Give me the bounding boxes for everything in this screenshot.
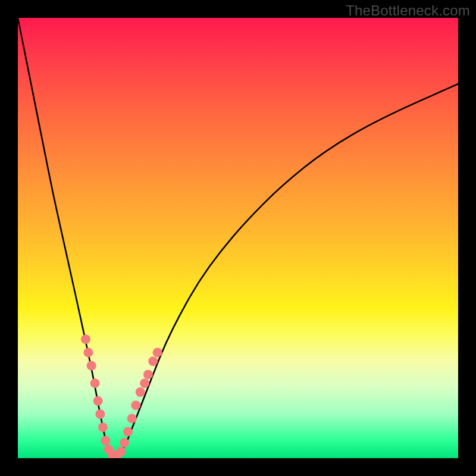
marker-point [101, 436, 110, 445]
marker-point [81, 334, 90, 344]
marker-point [98, 422, 108, 432]
watermark-text: TheBottleneck.com [346, 2, 470, 19]
marker-point [131, 400, 140, 410]
marker-point [87, 361, 96, 371]
plot-area [18, 18, 458, 458]
outer-frame: TheBottleneck.com [0, 0, 476, 476]
marker-point [127, 414, 137, 423]
bottleneck-curve [18, 18, 458, 455]
marker-point [123, 427, 133, 437]
marker-point [120, 438, 129, 447]
marker-point [95, 409, 105, 419]
marker-point [83, 347, 93, 357]
highlight-markers [81, 334, 162, 458]
marker-point [90, 378, 100, 388]
marker-point [148, 356, 158, 366]
marker-point [153, 347, 162, 357]
marker-point [116, 447, 126, 456]
marker-point [93, 396, 103, 406]
marker-point [140, 378, 149, 388]
marker-point [143, 369, 153, 379]
chart-svg [18, 18, 458, 458]
marker-point [136, 387, 145, 397]
